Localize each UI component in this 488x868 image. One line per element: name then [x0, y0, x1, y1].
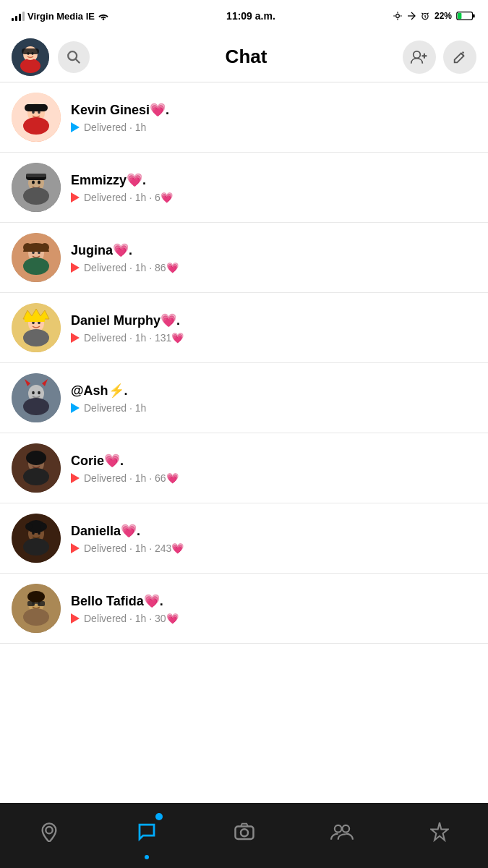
- svg-rect-6: [473, 14, 475, 18]
- svg-point-84: [241, 829, 248, 836]
- chat-item-1[interactable]: Kevin Ginesi💗. Delivered · 1h: [0, 82, 488, 153]
- nav-arrow-icon: [407, 12, 416, 20]
- svg-point-16: [414, 51, 421, 58]
- map-icon: [39, 822, 59, 842]
- chat-avatar-4: [12, 303, 61, 352]
- svg-line-15: [76, 59, 80, 63]
- chat-info-8: Bello Tafida💗. Delivered · 1h · 30💗: [71, 593, 476, 624]
- delivered-arrow-7: [71, 543, 80, 553]
- chat-avatar-5: [12, 373, 61, 422]
- chat-list: Kevin Ginesi💗. Delivered · 1h Emmizzy💗.: [0, 82, 488, 803]
- delivered-arrow-6: [71, 473, 80, 483]
- svg-rect-24: [25, 104, 48, 111]
- svg-point-49: [23, 329, 49, 346]
- svg-rect-32: [26, 174, 46, 177]
- svg-point-81: [23, 608, 49, 626]
- chat-info-2: Emmizzy💗. Delivered · 1h · 6💗: [71, 172, 476, 203]
- status-text-2: Delivered · 1h · 6💗: [84, 192, 173, 203]
- delivered-arrow-2: [71, 192, 80, 203]
- chat-name-7: Daniella💗.: [71, 523, 476, 539]
- nav-item-spotlight[interactable]: [418, 810, 461, 854]
- status-text-8: Delivered · 1h · 30💗: [84, 613, 179, 624]
- chat-avatar-1: [12, 93, 61, 142]
- chat-item-3[interactable]: Jugina💗. Delivered · 1h · 86💗: [0, 223, 488, 293]
- chat-name-1: Kevin Ginesi💗.: [71, 102, 476, 118]
- chat-name-4: Daniel Murphy💗.: [71, 312, 476, 328]
- chat-item-7[interactable]: Daniella💗. Delivered · 1h · 243💗: [0, 503, 488, 574]
- wifi-icon: [98, 12, 109, 20]
- nav-item-camera[interactable]: [223, 810, 266, 854]
- delivered-arrow-8: [71, 613, 80, 624]
- svg-point-62: [23, 468, 49, 485]
- header-right: [403, 41, 476, 74]
- header-left: [12, 38, 90, 76]
- svg-point-0: [103, 18, 105, 20]
- chat-info-6: Corie💗. Delivered · 1h · 66💗: [71, 453, 476, 484]
- chat-status-1: Delivered · 1h: [71, 122, 476, 133]
- chat-item-8[interactable]: Bello Tafida💗. Delivered · 1h · 30💗: [0, 574, 488, 644]
- chat-header: Chat: [0, 32, 488, 82]
- edit-icon: [452, 49, 468, 65]
- svg-point-70: [40, 523, 47, 530]
- status-bar: Virgin Media IE 11:09 a.m. 22%: [0, 0, 488, 32]
- add-friend-button[interactable]: [403, 41, 436, 74]
- chat-avatar-2: [12, 163, 61, 212]
- svg-marker-87: [431, 822, 448, 840]
- chat-name-2: Emmizzy💗.: [71, 172, 476, 188]
- chat-notification-dot: [155, 813, 163, 820]
- chat-item-6[interactable]: Corie💗. Delivered · 1h · 66💗: [0, 433, 488, 503]
- nav-active-indicator: [145, 855, 149, 859]
- alarm-icon: [420, 11, 430, 21]
- chat-avatar-8: [12, 584, 61, 633]
- camera-icon: [234, 822, 255, 842]
- chat-avatar-3: [12, 233, 61, 282]
- page-title: Chat: [226, 46, 267, 68]
- status-text-7: Delivered · 1h · 243💗: [84, 542, 184, 554]
- nav-item-map[interactable]: [27, 810, 71, 854]
- friends-icon: [330, 822, 354, 841]
- chat-avatar-6: [12, 443, 61, 493]
- svg-point-53: [32, 391, 35, 394]
- status-text-6: Delivered · 1h · 66💗: [84, 472, 179, 484]
- search-button[interactable]: [58, 41, 90, 73]
- svg-point-29: [32, 181, 35, 184]
- status-right: 22%: [393, 11, 476, 21]
- search-icon: [66, 49, 82, 65]
- battery-icon: [456, 11, 476, 21]
- chat-status-7: Delivered · 1h · 243💗: [71, 542, 476, 554]
- svg-point-25: [23, 117, 49, 135]
- signal-icon: [12, 11, 25, 21]
- nav-item-chat[interactable]: [125, 810, 168, 854]
- edit-button[interactable]: [443, 41, 476, 74]
- chat-item-2[interactable]: Emmizzy💗. Delivered · 1h · 6💗: [0, 153, 488, 223]
- chat-status-6: Delivered · 1h · 66💗: [71, 472, 476, 484]
- delivered-arrow-5: [71, 403, 80, 413]
- status-text-5: Delivered · 1h: [84, 402, 146, 414]
- delivered-arrow-4: [71, 333, 80, 343]
- chat-name-6: Corie💗.: [71, 453, 476, 469]
- svg-point-82: [46, 827, 52, 833]
- svg-marker-47: [23, 309, 49, 319]
- chat-info-5: @Ash⚡. Delivered · 1h: [71, 383, 476, 414]
- chat-item-4[interactable]: Daniel Murphy💗. Delivered · 1h · 131💗: [0, 293, 488, 363]
- chat-info-1: Kevin Ginesi💗. Delivered · 1h: [71, 102, 476, 133]
- spotlight-icon: [430, 821, 449, 843]
- chat-item-5[interactable]: @Ash⚡. Delivered · 1h: [0, 363, 488, 433]
- svg-point-1: [396, 14, 400, 18]
- chat-status-3: Delivered · 1h · 86💗: [71, 262, 476, 273]
- svg-point-41: [23, 258, 49, 275]
- chat-name-5: @Ash⚡.: [71, 383, 476, 399]
- carrier-label: Virgin Media IE: [27, 11, 95, 22]
- svg-point-33: [23, 187, 49, 205]
- chat-name-8: Bello Tafida💗.: [71, 593, 476, 609]
- chat-nav-icon: [136, 821, 158, 843]
- svg-point-61: [26, 451, 46, 465]
- chat-status-5: Delivered · 1h: [71, 402, 476, 414]
- svg-rect-13: [22, 48, 39, 54]
- nav-item-friends[interactable]: [320, 810, 364, 854]
- svg-point-14: [68, 51, 77, 60]
- chat-status-2: Delivered · 1h · 6💗: [71, 192, 476, 203]
- bottom-nav: [0, 803, 488, 868]
- user-avatar[interactable]: [12, 38, 49, 76]
- status-left: Virgin Media IE: [12, 11, 109, 22]
